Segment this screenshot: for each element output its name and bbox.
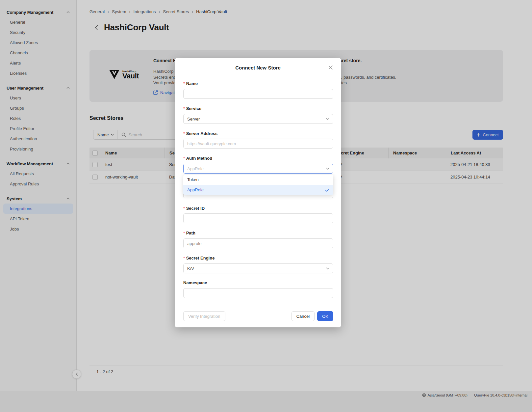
auth-method-dropdown: Token AppRole	[183, 175, 333, 195]
timezone-label: Asia/Seoul (GMT+09:00)	[428, 393, 468, 397]
sidebar-item-roles[interactable]: Roles	[3, 113, 73, 124]
back-button[interactable]	[93, 23, 100, 32]
service-select-value: Server	[187, 117, 200, 122]
sidebar-collapse-button[interactable]	[72, 370, 81, 379]
sidebar-item-integrations[interactable]: Integrations	[3, 204, 73, 214]
chevron-up-icon	[66, 11, 70, 13]
cell-namespace	[388, 171, 446, 183]
sidebar-section-user-management: User Management Users Groups Roles Profi…	[0, 83, 76, 154]
secret-engine-select[interactable]: K/V	[183, 263, 333, 273]
row-checkbox[interactable]	[92, 162, 98, 167]
status-bar: Asia/Seoul (GMT+09:00) QueryPie 10.4.0-c…	[0, 391, 532, 412]
namespace-field-label: Namespace	[183, 280, 207, 285]
filter-field-label: Name	[97, 132, 109, 137]
hashicorp-vault-logo: HashiCorp Vault	[109, 70, 139, 79]
breadcrumb-separator	[129, 10, 131, 14]
row-checkbox-cell	[89, 171, 101, 183]
section-label: Company Management	[7, 10, 53, 15]
sidebar-item-licenses[interactable]: Licenses	[3, 68, 73, 78]
row-checkbox[interactable]	[92, 175, 98, 180]
sidebar-item-security[interactable]: Security	[3, 27, 73, 38]
external-link-icon	[153, 90, 158, 95]
chevron-down-icon	[326, 267, 329, 269]
sidebar-item-jobs[interactable]: Jobs	[3, 224, 73, 234]
breadcrumb-separator	[192, 10, 193, 14]
verify-integration-button[interactable]: Verify Integration	[183, 311, 225, 321]
ok-button[interactable]: OK	[317, 311, 333, 321]
path-input[interactable]	[183, 238, 333, 248]
chevron-up-icon	[66, 87, 70, 89]
select-all-checkbox[interactable]	[92, 151, 98, 156]
breadcrumb-integrations[interactable]: Integrations	[134, 9, 156, 14]
secret-id-field-label: Secret ID	[183, 206, 205, 211]
service-select[interactable]: Server	[183, 114, 333, 124]
sidebar-item-approval-rules[interactable]: Approval Rules	[3, 179, 73, 189]
auth-method-select-value: AppRole	[187, 166, 204, 171]
connect-button-label: Connect	[483, 132, 498, 137]
column-header-name: Name	[101, 148, 165, 158]
sidebar-item-allowed-zones[interactable]: Allowed Zones	[3, 38, 73, 48]
service-field-label: Service	[183, 106, 201, 111]
sidebar-item-channels[interactable]: Channels	[3, 48, 73, 58]
server-address-input[interactable]	[183, 139, 333, 149]
sidebar-item-alerts[interactable]: Alerts	[3, 58, 73, 68]
auth-option-token[interactable]: Token	[183, 175, 333, 185]
connect-button[interactable]: Connect	[472, 130, 503, 140]
cell-last-access-at: 2025-04-21 18:40:33	[446, 158, 503, 171]
plus-icon	[477, 133, 480, 137]
sidebar-section-header-workflow-management[interactable]: Workflow Management	[0, 159, 76, 169]
column-header-last-access-at: Last Access At	[446, 148, 503, 158]
cell-name: test	[101, 158, 165, 171]
breadcrumb-separator	[159, 10, 160, 14]
chevron-left-icon	[95, 25, 98, 31]
sidebar-item-general[interactable]: General	[3, 17, 73, 27]
secret-engine-select-value: K/V	[187, 266, 194, 271]
timezone-status: Asia/Seoul (GMT+09:00)	[422, 393, 468, 397]
breadcrumb-secret-stores[interactable]: Secret Stores	[163, 9, 189, 14]
sidebar-section-header-user-management[interactable]: User Management	[0, 83, 76, 93]
breadcrumb-system[interactable]: System	[112, 9, 126, 14]
chevron-down-icon	[326, 118, 329, 120]
name-field-label: Name	[183, 81, 198, 86]
auth-option-label: Token	[187, 177, 199, 182]
sidebar-item-authentication[interactable]: Authentication	[3, 134, 73, 144]
server-address-field-label: Server Address	[183, 131, 217, 136]
sidebar-section-header-company-management[interactable]: Company Management	[0, 7, 76, 17]
filter-field-dropdown[interactable]: Name	[93, 130, 117, 139]
table-bottom-divider	[89, 366, 503, 366]
auth-option-label: AppRole	[187, 187, 204, 192]
sidebar-item-users[interactable]: Users	[3, 93, 73, 103]
path-field-label: Path	[183, 231, 195, 235]
chevron-up-icon	[66, 198, 70, 200]
modal-close-button[interactable]	[327, 64, 335, 71]
chevron-down-icon	[326, 168, 329, 170]
auth-method-field-label: Auth Method	[183, 156, 212, 161]
sidebar-item-groups[interactable]: Groups	[3, 103, 73, 113]
sidebar-item-profile-editor[interactable]: Profile Editor	[3, 124, 73, 134]
sidebar-section-company-management: Company Management General Security Allo…	[0, 7, 76, 78]
secret-id-input[interactable]	[183, 213, 333, 223]
auth-option-approle[interactable]: AppRole	[183, 185, 333, 195]
breadcrumb-general[interactable]: General	[89, 9, 105, 14]
header-checkbox-cell	[89, 148, 101, 158]
auth-method-select[interactable]: AppRole	[183, 164, 333, 174]
sidebar-item-api-token[interactable]: API Token	[3, 214, 73, 224]
section-label: User Management	[7, 86, 43, 91]
cell-name: not-working-vault	[101, 171, 165, 183]
sidebar-item-all-requests[interactable]: All Requests	[3, 169, 73, 179]
namespace-input[interactable]	[183, 288, 333, 298]
row-checkbox-cell	[89, 158, 101, 171]
sidebar-item-provisioning[interactable]: Provisioning	[3, 144, 73, 154]
breadcrumb-hashicorp-vault: HashiCorp Vault	[196, 9, 227, 14]
section-label: Workflow Management	[7, 161, 53, 166]
search-icon	[121, 132, 126, 137]
sidebar-section-header-system[interactable]: System	[0, 194, 76, 204]
page-header: HashiCorp Vault	[93, 22, 169, 33]
check-icon	[325, 188, 329, 192]
cancel-button[interactable]: Cancel	[291, 311, 315, 321]
sidebar-section-workflow-management: Workflow Management All Requests Approva…	[0, 159, 76, 189]
secret-stores-heading: Secret Stores	[89, 115, 123, 121]
name-input[interactable]	[183, 89, 333, 99]
section-label: System	[7, 196, 22, 201]
chevron-down-icon	[111, 134, 114, 136]
